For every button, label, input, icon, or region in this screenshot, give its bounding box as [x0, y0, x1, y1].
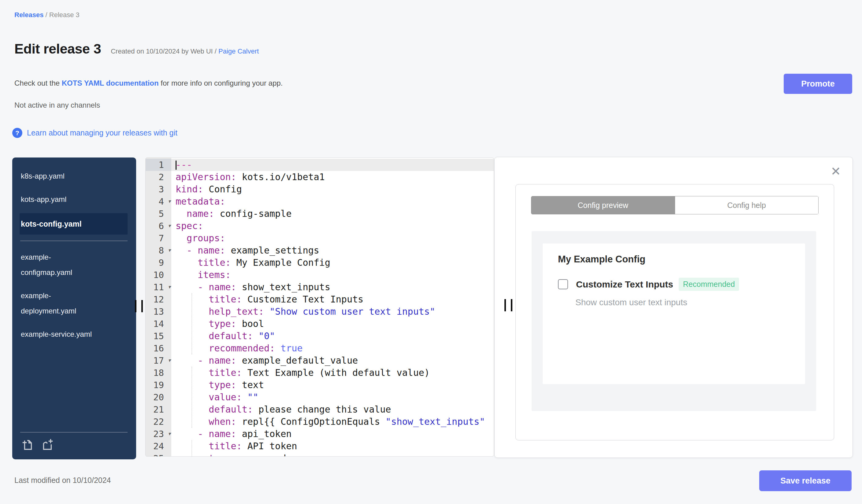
- breadcrumb-releases-link[interactable]: Releases: [14, 11, 43, 19]
- sidebar-file-k8s-app.yaml[interactable]: k8s-app.yaml: [21, 169, 99, 184]
- code-line[interactable]: 13 help_text: "Show custom user text inp…: [146, 306, 494, 318]
- code-line[interactable]: 4▾metadata:: [146, 196, 494, 208]
- code-line[interactable]: 3kind: Config: [146, 183, 494, 196]
- code-line[interactable]: 23▾ - name: api_token: [146, 428, 494, 440]
- save-release-button[interactable]: Save release: [759, 470, 852, 491]
- code-line[interactable]: 10 items:: [146, 269, 494, 281]
- config-preview-panel: ✕ Config previewConfig help My Example C…: [494, 157, 853, 458]
- fold-arrow-icon[interactable]: ▾: [168, 281, 171, 293]
- code-line[interactable]: 7 groups:: [146, 232, 494, 244]
- line-number: 19: [146, 379, 171, 391]
- code-line[interactable]: 5 name: config-sample: [146, 208, 494, 220]
- close-icon[interactable]: ✕: [831, 165, 841, 177]
- preview-inner-panel: Config previewConfig help My Example Con…: [515, 184, 834, 440]
- author-link[interactable]: Paige Calvert: [218, 48, 259, 55]
- last-modified: Last modified on 10/10/2024: [14, 476, 111, 485]
- line-number: 10: [146, 269, 171, 281]
- text-cursor: [175, 161, 177, 170]
- question-mark-icon: ?: [12, 128, 22, 138]
- created-info: Created on 10/10/2024 by Web UI / Paige …: [111, 48, 259, 55]
- fold-arrow-icon[interactable]: ▾: [168, 244, 171, 256]
- line-number: 7: [146, 232, 171, 244]
- code-line[interactable]: 14 type: bool: [146, 318, 494, 330]
- file-sidebar: k8s-app.yamlkots-app.yamlkots-config.yam…: [12, 158, 136, 459]
- preview-area: My Example Config Customize Text Inputs …: [532, 231, 816, 411]
- line-number: 5: [146, 208, 171, 220]
- fold-arrow-icon[interactable]: ▾: [168, 428, 171, 440]
- code-line[interactable]: 6▾spec:: [146, 220, 494, 232]
- code-line[interactable]: 12 title: Customize Text Inputs: [146, 293, 494, 306]
- config-preview-card: My Example Config Customize Text Inputs …: [543, 243, 805, 384]
- file-list-bottom: example-configmap.yamlexample-deployment…: [21, 250, 128, 350]
- code-line[interactable]: 20 value: "": [146, 391, 494, 403]
- config-item-help: Show custom user text inputs: [575, 297, 790, 307]
- code-line[interactable]: 8▾ - name: example_settings: [146, 244, 494, 256]
- line-number: 8▾: [146, 244, 171, 256]
- line-number: 20: [146, 391, 171, 403]
- indent-guide: [192, 293, 192, 355]
- git-help-row: ? Learn about managing your releases wit…: [12, 128, 178, 138]
- code-line[interactable]: 15 default: "0": [146, 330, 494, 342]
- promote-button[interactable]: Promote: [784, 74, 852, 94]
- kots-yaml-doc-link[interactable]: KOTS YAML documentation: [62, 79, 159, 87]
- sidebar-file-example-configmap.yaml[interactable]: example-configmap.yaml: [21, 250, 99, 280]
- code-lines: 1---2apiVersion: kots.io/v1beta13kind: C…: [146, 158, 494, 456]
- channel-status: Not active in any channels: [14, 101, 100, 109]
- code-line[interactable]: 25 type: password: [146, 452, 494, 456]
- code-line[interactable]: 22 when: repl{{ ConfigOptionEquals "show…: [146, 416, 494, 428]
- line-number: 24: [146, 440, 171, 452]
- code-line[interactable]: 18 title: Text Example (with default val…: [146, 367, 494, 379]
- code-line[interactable]: 19 type: text: [146, 379, 494, 391]
- line-number: 3: [146, 183, 171, 196]
- add-file-icon[interactable]: [21, 437, 35, 451]
- breadcrumb-current: Release 3: [49, 11, 80, 19]
- tab-config-preview[interactable]: Config preview: [531, 196, 675, 214]
- add-folder-icon[interactable]: [40, 437, 54, 451]
- sidebar-bottom-divider: [20, 432, 128, 433]
- line-number: 22: [146, 416, 171, 428]
- doc-line: Check out the KOTS YAML documentation fo…: [14, 79, 283, 88]
- code-line[interactable]: 11▾ - name: show_text_inputs: [146, 281, 494, 293]
- line-number: 17▾: [146, 355, 171, 367]
- line-number: 14: [146, 318, 171, 330]
- line-number: 25: [146, 452, 171, 456]
- sidebar-file-example-service.yaml[interactable]: example-service.yaml: [21, 327, 99, 342]
- editor-resize-handle[interactable]: [505, 299, 512, 311]
- code-line[interactable]: 9 title: My Example Config: [146, 256, 494, 269]
- line-number: 23▾: [146, 428, 171, 440]
- fold-arrow-icon[interactable]: ▾: [168, 220, 171, 232]
- line-number: 13: [146, 306, 171, 318]
- code-line[interactable]: 16 recommended: true: [146, 342, 494, 355]
- code-line[interactable]: 24 title: API token: [146, 440, 494, 452]
- breadcrumb-separator: /: [43, 11, 49, 19]
- indent-guide: [192, 440, 192, 456]
- tab-config-help[interactable]: Config help: [675, 196, 819, 214]
- customize-text-inputs-checkbox[interactable]: [558, 279, 568, 289]
- sidebar-file-kots-config.yaml[interactable]: kots-config.yaml: [19, 213, 128, 235]
- line-number: 4▾: [146, 196, 171, 208]
- line-number: 6▾: [146, 220, 171, 232]
- indent-guide: [192, 367, 192, 428]
- git-releases-link[interactable]: Learn about managing your releases with …: [27, 129, 178, 137]
- sidebar-file-kots-app.yaml[interactable]: kots-app.yaml: [21, 192, 99, 207]
- sidebar-resize-handle[interactable]: [135, 300, 143, 312]
- config-item-title: Customize Text Inputs: [576, 279, 673, 290]
- page-title: Edit release 3: [14, 41, 101, 57]
- code-line[interactable]: 17▾ - name: example_default_value: [146, 355, 494, 367]
- line-number: 2: [146, 171, 171, 183]
- line-number: 1: [146, 159, 171, 171]
- code-line[interactable]: 21 default: please change this value: [146, 403, 494, 416]
- file-list-top: k8s-app.yamlkots-app.yamlkots-config.yam…: [21, 169, 128, 241]
- code-line[interactable]: 1---: [146, 159, 494, 171]
- sidebar-file-example-deployment.yaml[interactable]: example-deployment.yaml: [21, 288, 99, 319]
- code-line[interactable]: 2apiVersion: kots.io/v1beta1: [146, 171, 494, 183]
- fold-arrow-icon[interactable]: ▾: [168, 196, 171, 208]
- recommended-badge: Recommended: [679, 278, 739, 291]
- config-group-title: My Example Config: [558, 254, 790, 265]
- line-number: 21: [146, 403, 171, 416]
- yaml-editor[interactable]: 1---2apiVersion: kots.io/v1beta13kind: C…: [145, 158, 494, 456]
- line-number: 18: [146, 367, 171, 379]
- sidebar-divider: [20, 241, 128, 241]
- fold-arrow-icon[interactable]: ▾: [168, 355, 171, 367]
- line-number: 9: [146, 256, 171, 269]
